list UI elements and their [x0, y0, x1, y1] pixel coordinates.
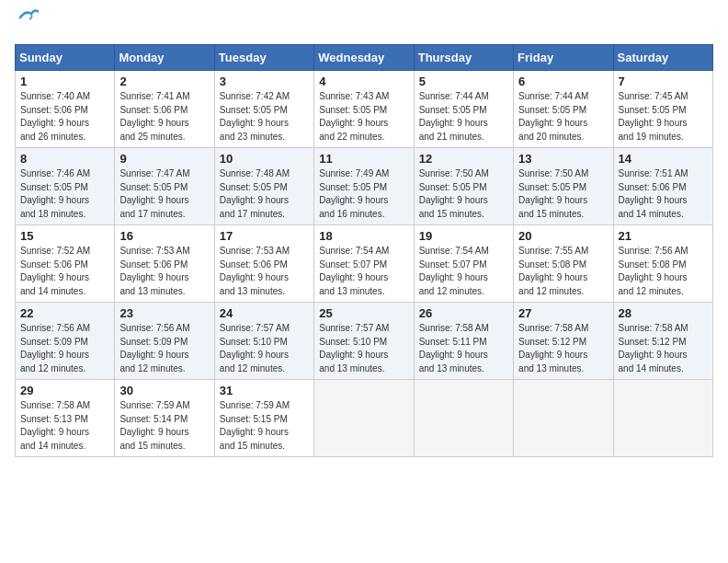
day-info: Sunrise: 7:53 AM Sunset: 5:06 PM Dayligh…	[220, 245, 309, 298]
day-number: 12	[419, 152, 508, 166]
day-number: 23	[119, 306, 209, 320]
weekday-header-tuesday: Tuesday	[214, 45, 313, 71]
day-info: Sunrise: 7:49 AM Sunset: 5:05 PM Dayligh…	[319, 167, 408, 221]
weekday-header-saturday: Saturday	[613, 45, 712, 71]
calendar-cell: 4Sunrise: 7:43 AM Sunset: 5:05 PM Daylig…	[314, 71, 414, 148]
calendar-cell: 9Sunrise: 7:47 AM Sunset: 5:05 PM Daylig…	[115, 148, 214, 225]
calendar-cell: 30Sunrise: 7:59 AM Sunset: 5:14 PM Dayli…	[115, 380, 214, 457]
calendar-week-1: 1Sunrise: 7:40 AM Sunset: 5:06 PM Daylig…	[16, 71, 713, 148]
weekday-header-sunday: Sunday	[16, 45, 115, 71]
day-info: Sunrise: 7:58 AM Sunset: 5:12 PM Dayligh…	[518, 322, 608, 375]
calendar-cell: 31Sunrise: 7:59 AM Sunset: 5:15 PM Dayli…	[214, 380, 313, 457]
calendar-cell: 10Sunrise: 7:48 AM Sunset: 5:05 PM Dayli…	[214, 148, 313, 225]
calendar-cell: 19Sunrise: 7:54 AM Sunset: 5:07 PM Dayli…	[414, 225, 513, 303]
calendar-cell: 16Sunrise: 7:53 AM Sunset: 5:06 PM Dayli…	[115, 225, 214, 303]
calendar-cell	[613, 380, 712, 457]
day-number: 4	[319, 75, 408, 88]
calendar-cell: 3Sunrise: 7:42 AM Sunset: 5:05 PM Daylig…	[214, 71, 313, 148]
day-info: Sunrise: 7:48 AM Sunset: 5:05 PM Dayligh…	[220, 167, 309, 221]
calendar-cell: 21Sunrise: 7:56 AM Sunset: 5:08 PM Dayli…	[613, 225, 712, 303]
weekday-header-thursday: Thursday	[414, 45, 513, 71]
calendar-cell: 11Sunrise: 7:49 AM Sunset: 5:05 PM Dayli…	[314, 148, 414, 225]
day-number: 22	[20, 306, 109, 320]
day-number: 11	[319, 152, 408, 166]
day-number: 5	[419, 75, 508, 88]
day-number: 21	[619, 229, 708, 243]
calendar-cell: 15Sunrise: 7:52 AM Sunset: 5:06 PM Dayli…	[16, 225, 115, 303]
day-number: 28	[619, 306, 708, 320]
day-info: Sunrise: 7:58 AM Sunset: 5:11 PM Dayligh…	[419, 322, 508, 375]
day-info: Sunrise: 7:50 AM Sunset: 5:05 PM Dayligh…	[419, 167, 508, 221]
calendar-cell: 6Sunrise: 7:44 AM Sunset: 5:05 PM Daylig…	[514, 71, 613, 148]
calendar-cell	[314, 380, 414, 457]
day-number: 26	[419, 306, 508, 320]
calendar-cell: 13Sunrise: 7:50 AM Sunset: 5:05 PM Dayli…	[514, 148, 613, 225]
calendar-cell: 29Sunrise: 7:58 AM Sunset: 5:13 PM Dayli…	[16, 380, 115, 457]
day-info: Sunrise: 7:41 AM Sunset: 5:06 PM Dayligh…	[119, 90, 209, 144]
calendar-cell: 23Sunrise: 7:56 AM Sunset: 5:09 PM Dayli…	[115, 303, 214, 380]
calendar-cell	[514, 380, 613, 457]
day-number: 14	[619, 152, 708, 166]
calendar-cell: 18Sunrise: 7:54 AM Sunset: 5:07 PM Dayli…	[314, 225, 414, 303]
day-number: 8	[20, 152, 109, 166]
logo-bird-icon	[18, 8, 39, 25]
weekday-header-wednesday: Wednesday	[314, 45, 414, 71]
day-info: Sunrise: 7:46 AM Sunset: 5:05 PM Dayligh…	[20, 167, 109, 221]
calendar-cell: 5Sunrise: 7:44 AM Sunset: 5:05 PM Daylig…	[414, 71, 513, 148]
calendar-cell	[414, 380, 513, 457]
calendar-cell: 17Sunrise: 7:53 AM Sunset: 5:06 PM Dayli…	[214, 225, 313, 303]
day-number: 31	[220, 384, 309, 397]
day-number: 13	[518, 152, 608, 166]
day-info: Sunrise: 7:40 AM Sunset: 5:06 PM Dayligh…	[20, 90, 109, 144]
day-info: Sunrise: 7:50 AM Sunset: 5:05 PM Dayligh…	[518, 167, 608, 221]
day-number: 29	[20, 384, 109, 397]
calendar-cell: 26Sunrise: 7:58 AM Sunset: 5:11 PM Dayli…	[414, 303, 513, 380]
calendar-cell: 24Sunrise: 7:57 AM Sunset: 5:10 PM Dayli…	[214, 303, 313, 380]
day-info: Sunrise: 7:42 AM Sunset: 5:05 PM Dayligh…	[220, 90, 309, 144]
day-number: 18	[319, 229, 408, 243]
calendar-cell: 7Sunrise: 7:45 AM Sunset: 5:05 PM Daylig…	[613, 71, 712, 148]
day-info: Sunrise: 7:58 AM Sunset: 5:12 PM Dayligh…	[619, 322, 708, 375]
day-number: 3	[220, 75, 309, 88]
day-info: Sunrise: 7:44 AM Sunset: 5:05 PM Dayligh…	[419, 90, 508, 144]
calendar-cell: 28Sunrise: 7:58 AM Sunset: 5:12 PM Dayli…	[613, 303, 712, 380]
day-number: 6	[518, 75, 608, 88]
day-info: Sunrise: 7:59 AM Sunset: 5:15 PM Dayligh…	[220, 399, 309, 453]
day-number: 30	[119, 384, 209, 397]
day-number: 24	[220, 306, 309, 320]
day-number: 16	[119, 229, 209, 243]
day-number: 17	[220, 229, 309, 243]
day-info: Sunrise: 7:57 AM Sunset: 5:10 PM Dayligh…	[319, 322, 408, 375]
day-info: Sunrise: 7:44 AM Sunset: 5:05 PM Dayligh…	[518, 90, 608, 144]
day-info: Sunrise: 7:56 AM Sunset: 5:08 PM Dayligh…	[619, 245, 708, 298]
day-info: Sunrise: 7:59 AM Sunset: 5:14 PM Dayligh…	[119, 399, 209, 453]
day-number: 9	[119, 152, 209, 166]
calendar-cell: 14Sunrise: 7:51 AM Sunset: 5:06 PM Dayli…	[613, 148, 712, 225]
day-number: 20	[518, 229, 608, 243]
day-number: 1	[20, 75, 109, 88]
day-info: Sunrise: 7:54 AM Sunset: 5:07 PM Dayligh…	[319, 245, 408, 298]
calendar-cell: 20Sunrise: 7:55 AM Sunset: 5:08 PM Dayli…	[514, 225, 613, 303]
day-info: Sunrise: 7:57 AM Sunset: 5:10 PM Dayligh…	[220, 322, 309, 375]
day-info: Sunrise: 7:45 AM Sunset: 5:05 PM Dayligh…	[619, 90, 708, 144]
day-number: 7	[619, 75, 708, 88]
calendar-week-3: 15Sunrise: 7:52 AM Sunset: 5:06 PM Dayli…	[16, 225, 713, 303]
calendar-week-2: 8Sunrise: 7:46 AM Sunset: 5:05 PM Daylig…	[16, 148, 713, 225]
day-info: Sunrise: 7:52 AM Sunset: 5:06 PM Dayligh…	[20, 245, 109, 298]
weekday-header-friday: Friday	[514, 45, 613, 71]
day-info: Sunrise: 7:43 AM Sunset: 5:05 PM Dayligh…	[319, 90, 408, 144]
day-number: 19	[419, 229, 508, 243]
day-number: 2	[119, 75, 209, 88]
day-number: 15	[20, 229, 109, 243]
day-info: Sunrise: 7:53 AM Sunset: 5:06 PM Dayligh…	[119, 245, 209, 298]
day-number: 25	[319, 306, 408, 320]
day-info: Sunrise: 7:56 AM Sunset: 5:09 PM Dayligh…	[20, 322, 109, 375]
day-info: Sunrise: 7:56 AM Sunset: 5:09 PM Dayligh…	[119, 322, 209, 375]
calendar-cell: 1Sunrise: 7:40 AM Sunset: 5:06 PM Daylig…	[16, 71, 115, 148]
calendar-cell: 22Sunrise: 7:56 AM Sunset: 5:09 PM Dayli…	[16, 303, 115, 380]
calendar-cell: 27Sunrise: 7:58 AM Sunset: 5:12 PM Dayli…	[514, 303, 613, 380]
day-info: Sunrise: 7:54 AM Sunset: 5:07 PM Dayligh…	[419, 245, 508, 298]
day-info: Sunrise: 7:51 AM Sunset: 5:06 PM Dayligh…	[619, 167, 708, 221]
day-number: 10	[220, 152, 309, 166]
calendar-table: SundayMondayTuesdayWednesdayThursdayFrid…	[15, 44, 713, 457]
